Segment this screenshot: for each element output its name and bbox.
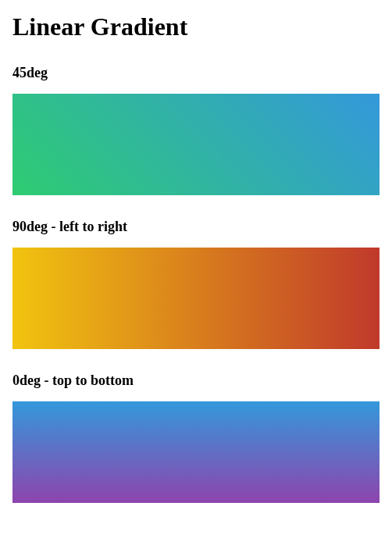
- gradient-swatch-90deg: [12, 248, 380, 349]
- section-heading-0deg: 0deg - top to bottom: [12, 372, 380, 389]
- section-heading-45deg: 45deg: [12, 65, 380, 81]
- gradient-swatch-45deg: [12, 94, 380, 195]
- gradient-swatch-0deg: [12, 401, 380, 503]
- section-heading-90deg: 90deg - left to right: [12, 219, 380, 235]
- page-title: Linear Gradient: [12, 12, 380, 41]
